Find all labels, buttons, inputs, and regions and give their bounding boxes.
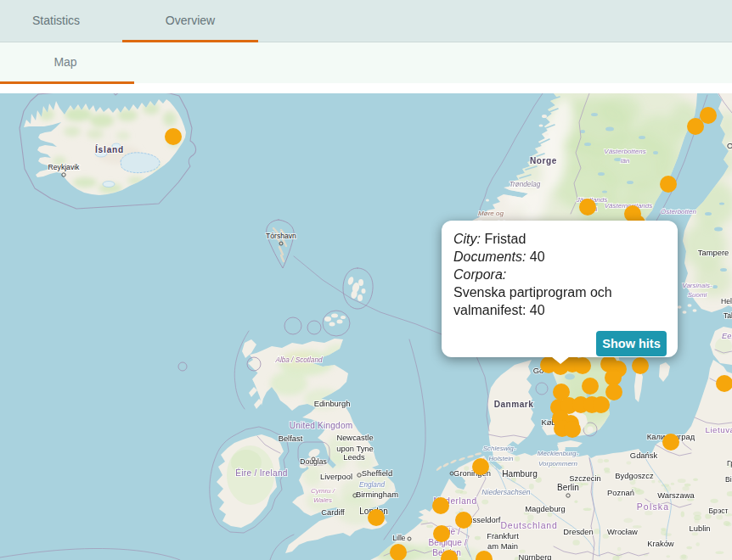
svg-text:Nürnberg: Nürnberg: [518, 552, 551, 560]
svg-text:Schleswig-: Schleswig-: [483, 445, 516, 452]
svg-text:Leeds: Leeds: [343, 452, 365, 462]
svg-text:Hel: Hel: [721, 297, 732, 305]
svg-text:Magdeburg: Magdeburg: [525, 504, 565, 513]
svg-text:Kraków: Kraków: [647, 539, 673, 548]
svg-text:Polska: Polska: [637, 501, 670, 512]
svg-text:Tórshavn: Tórshavn: [266, 232, 296, 240]
svg-text:Ees: Ees: [722, 331, 732, 340]
svg-text:Gdańsk: Gdańsk: [630, 451, 658, 460]
svg-text:Reykjavik: Reykjavik: [48, 163, 80, 171]
svg-text:Berlin: Berlin: [557, 483, 579, 492]
svg-text:Tampere: Tampere: [698, 248, 729, 257]
svg-text:Wrocław: Wrocław: [607, 527, 638, 536]
svg-text:Edinburgh: Edinburgh: [314, 399, 351, 408]
svg-text:Suomi: Suomi: [688, 291, 707, 299]
svg-text:Cymru /: Cymru /: [311, 487, 335, 495]
svg-text:Niedersachsen: Niedersachsen: [481, 488, 531, 496]
svg-text:Norge: Norge: [530, 156, 557, 165]
svg-text:Hamburg: Hamburg: [502, 469, 538, 479]
svg-text:Belfast: Belfast: [279, 434, 303, 443]
svg-text:Lille: Lille: [392, 534, 406, 542]
svg-text:Österbotten: Österbotten: [661, 208, 696, 216]
svg-text:län: län: [621, 157, 630, 165]
svg-text:England: England: [359, 481, 385, 489]
svg-text:Danmark: Danmark: [494, 400, 534, 409]
svg-text:Holstein: Holstein: [489, 455, 514, 462]
svg-text:Møre og: Møre og: [478, 210, 504, 217]
svg-text:Гродн: Гродн: [727, 459, 732, 468]
svg-text:Mecklenburg-: Mecklenburg-: [538, 450, 579, 457]
svg-text:Newcastle: Newcastle: [336, 433, 373, 442]
svg-text:United Kingdom: United Kingdom: [290, 421, 353, 430]
svg-text:ië /: ië /: [448, 527, 460, 536]
svg-text:Trøndelag: Trøndelag: [510, 181, 541, 188]
svg-text:Liverpool: Liverpool: [320, 472, 352, 481]
svg-text:Birmingham: Birmingham: [356, 490, 398, 499]
svg-text:Sheffield: Sheffield: [362, 468, 392, 478]
svg-text:Dresden: Dresden: [563, 527, 593, 536]
svg-text:Deutschland: Deutschland: [500, 520, 557, 530]
svg-text:Tall: Tall: [724, 311, 732, 320]
svg-text:Varsinais-: Varsinais-: [682, 282, 712, 289]
svg-text:Lublin: Lublin: [689, 524, 710, 533]
svg-text:Cardiff: Cardiff: [321, 507, 345, 517]
svg-text:Bydgoszcz: Bydgoszcz: [615, 471, 654, 480]
svg-text:am Main: am Main: [487, 541, 518, 551]
svg-text:Douglas: Douglas: [300, 457, 327, 466]
svg-text:Vorpommern: Vorpommern: [538, 460, 577, 468]
svg-text:Брэст: Брэст: [708, 507, 728, 515]
svg-text:Poznań: Poznań: [607, 488, 634, 497]
svg-text:Ísland: Ísland: [95, 144, 124, 154]
svg-text:Frankfurt: Frankfurt: [487, 531, 519, 540]
svg-text:Lietuva: Lietuva: [705, 425, 732, 434]
svg-text:Ou: Ou: [727, 141, 732, 150]
svg-text:Szczecin: Szczecin: [569, 473, 601, 483]
svg-text:Västerbottens: Västerbottens: [604, 148, 645, 155]
svg-text:Wales: Wales: [313, 496, 332, 504]
svg-text:Białys: Białys: [725, 475, 732, 484]
svg-text:Alba / Scotland: Alba / Scotland: [274, 356, 323, 364]
svg-text:Éire / Ireland: Éire / Ireland: [235, 468, 287, 478]
svg-text:Warszawa: Warszawa: [657, 490, 695, 500]
